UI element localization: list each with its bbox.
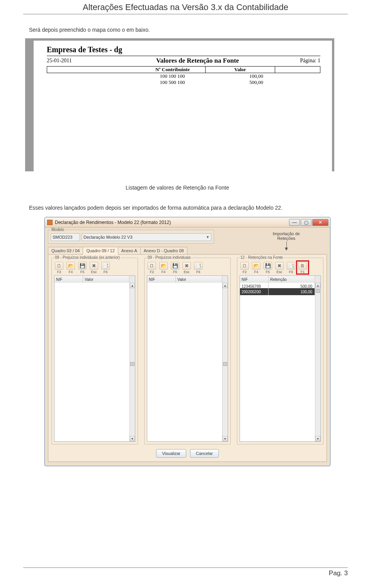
tab-anexo-a[interactable]: Anexo A: [118, 247, 141, 254]
grid-retencoes[interactable]: NIF Retenção 123456789 500,00: [240, 275, 321, 442]
import-label: Importação de Reteções: [273, 231, 300, 241]
save-icon: 💾: [264, 262, 272, 270]
save-icon: 💾: [171, 262, 179, 270]
import-button[interactable]: 🗎 F1: [298, 262, 308, 274]
toolbar: 🗋F2 📂F4 💾F5 ✖Esc 📑F6 🗎 F1: [240, 262, 321, 274]
report-company: Empresa de Testes - dg: [47, 45, 320, 54]
modelo-group: Modelo SMOD223 Declaração Modelo 22 V3 ▼: [48, 230, 214, 244]
tab-quadro-03-04[interactable]: Quadro 03 / 04: [48, 247, 83, 254]
new-button[interactable]: 🗋F2: [240, 262, 250, 274]
f6-button[interactable]: 📑F6: [286, 262, 296, 274]
scrollbar[interactable]: ▲▼: [129, 283, 135, 441]
grid-prejuizos[interactable]: NIF Valor ▲▼: [147, 275, 228, 442]
appwindow-screenshot: Declaração de Rendimentos - Modelo 22 (f…: [44, 217, 342, 466]
delete-icon: ✖: [90, 262, 98, 270]
new-button[interactable]: 🗋F2: [54, 262, 64, 274]
panel-prejuizos-ex-anterior: 09 - Prejuízos individuais (ex.anterior)…: [51, 258, 138, 444]
misc-icon: 📑: [287, 262, 295, 270]
toolbar: 🗋F2 📂F4 💾F5 ✖Esc 📑F6: [54, 262, 135, 274]
titlebar: Declaração de Rendimentos - Modelo 22 (f…: [45, 217, 330, 227]
close-button[interactable]: ✕: [312, 219, 328, 226]
report-divider: [47, 56, 320, 56]
intro-paragraph: Será depois preenchido o mapa como o em …: [29, 27, 342, 33]
report-page: Página: 1: [300, 58, 321, 64]
new-icon: 🗋: [55, 262, 63, 270]
panel-title: 09 - Prejuízos individuais: [147, 255, 191, 260]
col-contribuinte: Nº Contribuinte: [140, 67, 206, 73]
tab-anexo-d-q08[interactable]: Anexo D - Quadro 08: [140, 247, 187, 254]
tab-panel: 09 - Prejuízos individuais (ex.anterior)…: [48, 254, 327, 462]
col-valor: Valor: [206, 67, 275, 73]
modelo-code: SMOD223: [51, 233, 80, 241]
page-header: Alterações Efectuadas na Versão 3.x da C…: [23, 0, 348, 14]
report-table: Nº Contribuinte Valor 100 100 100 100,00…: [47, 66, 320, 85]
open-icon: 📂: [252, 262, 260, 270]
cancelar-button[interactable]: Cancelar: [190, 449, 219, 458]
report-row: 100 500 100 500,00: [47, 79, 320, 85]
dropdown-icon: ▼: [206, 235, 209, 239]
report-date: 25-01-2011: [47, 58, 72, 64]
panel-title: 09 - Prejuízos individuais (ex.anterior): [54, 255, 121, 260]
open-button[interactable]: 📂F4: [251, 262, 261, 274]
import-icon: 🗎: [298, 262, 307, 270]
open-icon: 📂: [66, 262, 75, 270]
scrollbar[interactable]: ▲▼: [315, 283, 320, 441]
grid-row[interactable]: 123456789 500,00: [240, 283, 315, 288]
open-button[interactable]: 📂F4: [66, 262, 76, 274]
visualizar-button[interactable]: Visualizar: [156, 449, 186, 458]
app-icon: [47, 220, 53, 225]
grid-row-selected[interactable]: 200200200 100,00: [240, 288, 315, 294]
minimize-button[interactable]: —: [289, 219, 300, 226]
report-row: 100 100 100 100,00: [47, 73, 320, 79]
modelo-select[interactable]: Declaração Modelo 22 V3 ▼: [82, 233, 211, 241]
misc-icon: 📑: [101, 262, 110, 270]
page-footer: Pag. 3: [23, 567, 348, 577]
paragraph-2: Esses valores lançados podem depois ser …: [29, 205, 342, 211]
new-icon: 🗋: [148, 262, 156, 270]
open-icon: 📂: [159, 262, 168, 270]
maximize-button[interactable]: ▢: [301, 219, 311, 226]
toolbar: 🗋F2 📂F4 💾F5 ✖Esc 📑F6: [147, 262, 228, 274]
misc-icon: 📑: [194, 262, 203, 270]
panel-title: 12 - Retenções na Fonte: [240, 255, 284, 260]
report-screenshot: Empresa de Testes - dg 25-01-2011 Valore…: [25, 38, 334, 171]
window-title: Declaração de Rendimentos - Modelo 22 (f…: [55, 220, 289, 225]
save-button[interactable]: 💾F5: [77, 262, 87, 274]
open-button[interactable]: 📂F4: [158, 262, 168, 274]
f6-button[interactable]: 📑F6: [193, 262, 203, 274]
delete-icon: ✖: [275, 262, 284, 270]
new-icon: 🗋: [240, 262, 249, 270]
content: Será depois preenchido o mapa como o em …: [0, 14, 371, 466]
report-title: Valores de Retenção na Fonte: [72, 57, 300, 65]
figure-caption: Listagem de valores de Retenção na Fonte: [126, 185, 342, 191]
save-icon: 💾: [78, 262, 87, 270]
panel-prejuizos: 09 - Prejuízos individuais 🗋F2 📂F4 💾F5 ✖…: [144, 258, 231, 444]
scrollbar[interactable]: ▲▼: [222, 283, 228, 441]
save-button[interactable]: 💾F5: [263, 262, 273, 274]
modelo-group-label: Modelo: [51, 227, 65, 232]
app-window: Declaração de Rendimentos - Modelo 22 (f…: [44, 217, 330, 466]
save-button[interactable]: 💾F5: [170, 262, 180, 274]
grid-prejuizos-ex[interactable]: NIF Valor ▲▼: [54, 275, 135, 442]
delete-icon: ✖: [182, 262, 191, 270]
new-button[interactable]: 🗋F2: [147, 262, 157, 274]
delete-button[interactable]: ✖Esc: [182, 262, 192, 274]
f6-button[interactable]: 📑F6: [100, 262, 111, 274]
panel-retencoes: 12 - Retenções na Fonte 🗋F2 📂F4 💾F5 ✖Esc…: [237, 258, 323, 444]
tab-quadro-09-12[interactable]: Quadro 09 / 12: [83, 247, 118, 255]
delete-button[interactable]: ✖Esc: [274, 262, 284, 274]
delete-button[interactable]: ✖Esc: [89, 262, 99, 274]
